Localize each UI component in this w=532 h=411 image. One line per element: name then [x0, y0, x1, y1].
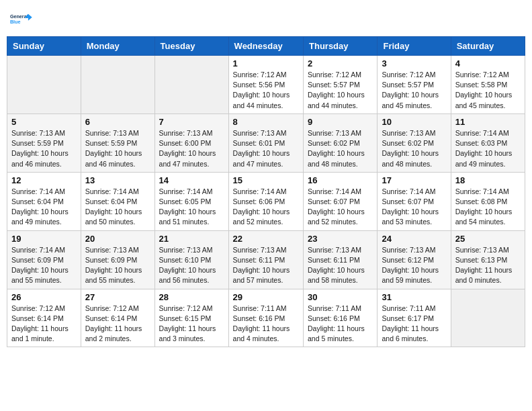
- calendar-cell: 26Sunrise: 7:12 AM Sunset: 6:14 PM Dayli…: [7, 289, 81, 347]
- svg-text:General: General: [10, 13, 28, 19]
- day-info: Sunrise: 7:12 AM Sunset: 6:14 PM Dayligh…: [85, 304, 150, 345]
- calendar-cell: 17Sunrise: 7:14 AM Sunset: 6:07 PM Dayli…: [378, 172, 451, 230]
- day-info: Sunrise: 7:14 AM Sunset: 6:09 PM Dayligh…: [11, 245, 77, 286]
- calendar-cell: 1Sunrise: 7:12 AM Sunset: 5:56 PM Daylig…: [228, 56, 303, 114]
- day-info: Sunrise: 7:13 AM Sunset: 6:13 PM Dayligh…: [455, 245, 521, 286]
- calendar-cell: 4Sunrise: 7:12 AM Sunset: 5:58 PM Daylig…: [451, 56, 525, 114]
- calendar-cell: [154, 56, 228, 114]
- calendar-cell: 29Sunrise: 7:11 AM Sunset: 6:16 PM Dayli…: [228, 289, 303, 347]
- day-number: 2: [308, 58, 373, 68]
- calendar-cell: 15Sunrise: 7:14 AM Sunset: 6:06 PM Dayli…: [228, 172, 303, 230]
- day-number: 26: [11, 292, 77, 302]
- calendar-cell: 6Sunrise: 7:13 AM Sunset: 5:59 PM Daylig…: [81, 113, 154, 172]
- day-number: 3: [382, 58, 446, 68]
- day-info: Sunrise: 7:14 AM Sunset: 6:06 PM Dayligh…: [233, 187, 299, 228]
- weekday-header-sunday: Sunday: [7, 37, 81, 56]
- calendar-table: SundayMondayTuesdayWednesdayThursdayFrid…: [7, 36, 525, 347]
- day-info: Sunrise: 7:14 AM Sunset: 6:07 PM Dayligh…: [382, 187, 446, 228]
- day-number: 18: [455, 175, 521, 185]
- calendar-cell: 18Sunrise: 7:14 AM Sunset: 6:08 PM Dayli…: [451, 172, 525, 230]
- calendar-cell: 5Sunrise: 7:13 AM Sunset: 5:59 PM Daylig…: [7, 113, 81, 172]
- day-info: Sunrise: 7:14 AM Sunset: 6:04 PM Dayligh…: [85, 187, 150, 228]
- day-info: Sunrise: 7:13 AM Sunset: 6:02 PM Dayligh…: [308, 128, 373, 169]
- calendar-cell: [7, 56, 81, 114]
- calendar-cell: 12Sunrise: 7:14 AM Sunset: 6:04 PM Dayli…: [7, 172, 81, 230]
- day-number: 28: [159, 292, 224, 302]
- day-info: Sunrise: 7:11 AM Sunset: 6:16 PM Dayligh…: [233, 304, 299, 345]
- day-number: 16: [308, 175, 373, 185]
- day-number: 30: [308, 292, 373, 302]
- day-number: 24: [382, 234, 446, 244]
- day-number: 12: [11, 175, 77, 185]
- weekday-header-tuesday: Tuesday: [154, 37, 228, 56]
- week-row-2: 5Sunrise: 7:13 AM Sunset: 5:59 PM Daylig…: [7, 113, 525, 172]
- day-info: Sunrise: 7:13 AM Sunset: 6:11 PM Dayligh…: [233, 245, 299, 286]
- day-number: 4: [455, 58, 521, 68]
- calendar-cell: 10Sunrise: 7:13 AM Sunset: 6:02 PM Dayli…: [378, 113, 451, 172]
- day-number: 21: [159, 234, 224, 244]
- day-number: 14: [159, 175, 224, 185]
- day-info: Sunrise: 7:12 AM Sunset: 5:57 PM Dayligh…: [308, 70, 373, 111]
- day-info: Sunrise: 7:14 AM Sunset: 6:07 PM Dayligh…: [308, 187, 373, 228]
- calendar-cell: 14Sunrise: 7:14 AM Sunset: 6:05 PM Dayli…: [154, 172, 228, 230]
- weekday-header-wednesday: Wednesday: [228, 37, 303, 56]
- day-number: 1: [233, 58, 299, 68]
- day-info: Sunrise: 7:13 AM Sunset: 6:09 PM Dayligh…: [85, 245, 150, 286]
- day-info: Sunrise: 7:11 AM Sunset: 6:17 PM Dayligh…: [382, 304, 446, 345]
- calendar-cell: 25Sunrise: 7:13 AM Sunset: 6:13 PM Dayli…: [451, 230, 525, 289]
- calendar-cell: 3Sunrise: 7:12 AM Sunset: 5:57 PM Daylig…: [378, 56, 451, 114]
- day-info: Sunrise: 7:13 AM Sunset: 6:11 PM Dayligh…: [308, 245, 373, 286]
- logo: GeneralBlue: [9, 7, 34, 31]
- calendar-cell: 20Sunrise: 7:13 AM Sunset: 6:09 PM Dayli…: [81, 230, 154, 289]
- calendar-cell: 22Sunrise: 7:13 AM Sunset: 6:11 PM Dayli…: [228, 230, 303, 289]
- day-info: Sunrise: 7:12 AM Sunset: 6:15 PM Dayligh…: [159, 304, 224, 345]
- day-number: 25: [455, 234, 521, 244]
- calendar-cell: 11Sunrise: 7:14 AM Sunset: 6:03 PM Dayli…: [451, 113, 525, 172]
- day-info: Sunrise: 7:11 AM Sunset: 6:16 PM Dayligh…: [308, 304, 373, 345]
- day-number: 11: [455, 117, 521, 127]
- day-info: Sunrise: 7:13 AM Sunset: 6:00 PM Dayligh…: [159, 128, 224, 169]
- weekday-header-saturday: Saturday: [451, 37, 525, 56]
- day-number: 27: [85, 292, 150, 302]
- calendar-cell: [451, 289, 525, 347]
- day-number: 31: [382, 292, 446, 302]
- page-header: GeneralBlue: [7, 7, 525, 31]
- week-row-4: 19Sunrise: 7:14 AM Sunset: 6:09 PM Dayli…: [7, 230, 525, 289]
- day-info: Sunrise: 7:12 AM Sunset: 5:58 PM Dayligh…: [455, 70, 521, 111]
- day-info: Sunrise: 7:13 AM Sunset: 5:59 PM Dayligh…: [85, 128, 150, 169]
- day-number: 6: [85, 117, 150, 127]
- calendar-cell: 24Sunrise: 7:13 AM Sunset: 6:12 PM Dayli…: [378, 230, 451, 289]
- day-number: 13: [85, 175, 150, 185]
- day-info: Sunrise: 7:13 AM Sunset: 5:59 PM Dayligh…: [11, 128, 77, 169]
- calendar-cell: 16Sunrise: 7:14 AM Sunset: 6:07 PM Dayli…: [304, 172, 378, 230]
- day-number: 10: [382, 117, 446, 127]
- calendar-cell: [81, 56, 154, 114]
- weekday-header-thursday: Thursday: [304, 37, 378, 56]
- calendar-cell: 21Sunrise: 7:13 AM Sunset: 6:10 PM Dayli…: [154, 230, 228, 289]
- day-number: 5: [11, 117, 77, 127]
- calendar-cell: 2Sunrise: 7:12 AM Sunset: 5:57 PM Daylig…: [304, 56, 378, 114]
- calendar-cell: 27Sunrise: 7:12 AM Sunset: 6:14 PM Dayli…: [81, 289, 154, 347]
- day-info: Sunrise: 7:14 AM Sunset: 6:05 PM Dayligh…: [159, 187, 224, 228]
- day-number: 22: [233, 234, 299, 244]
- week-row-3: 12Sunrise: 7:14 AM Sunset: 6:04 PM Dayli…: [7, 172, 525, 230]
- week-row-5: 26Sunrise: 7:12 AM Sunset: 6:14 PM Dayli…: [7, 289, 525, 347]
- day-info: Sunrise: 7:13 AM Sunset: 6:02 PM Dayligh…: [382, 128, 446, 169]
- logo-icon: GeneralBlue: [9, 7, 34, 31]
- day-info: Sunrise: 7:13 AM Sunset: 6:10 PM Dayligh…: [159, 245, 224, 286]
- week-row-1: 1Sunrise: 7:12 AM Sunset: 5:56 PM Daylig…: [7, 56, 525, 114]
- day-number: 15: [233, 175, 299, 185]
- calendar-cell: 9Sunrise: 7:13 AM Sunset: 6:02 PM Daylig…: [304, 113, 378, 172]
- day-info: Sunrise: 7:13 AM Sunset: 6:12 PM Dayligh…: [382, 245, 446, 286]
- calendar-cell: 19Sunrise: 7:14 AM Sunset: 6:09 PM Dayli…: [7, 230, 81, 289]
- calendar-cell: 7Sunrise: 7:13 AM Sunset: 6:00 PM Daylig…: [154, 113, 228, 172]
- day-number: 23: [308, 234, 373, 244]
- day-info: Sunrise: 7:12 AM Sunset: 5:56 PM Dayligh…: [233, 70, 299, 111]
- day-number: 8: [233, 117, 299, 127]
- weekday-header-row: SundayMondayTuesdayWednesdayThursdayFrid…: [7, 37, 525, 56]
- day-info: Sunrise: 7:13 AM Sunset: 6:01 PM Dayligh…: [233, 128, 299, 169]
- calendar-cell: 28Sunrise: 7:12 AM Sunset: 6:15 PM Dayli…: [154, 289, 228, 347]
- weekday-header-friday: Friday: [378, 37, 451, 56]
- day-info: Sunrise: 7:14 AM Sunset: 6:03 PM Dayligh…: [455, 128, 521, 169]
- day-info: Sunrise: 7:12 AM Sunset: 5:57 PM Dayligh…: [382, 70, 446, 111]
